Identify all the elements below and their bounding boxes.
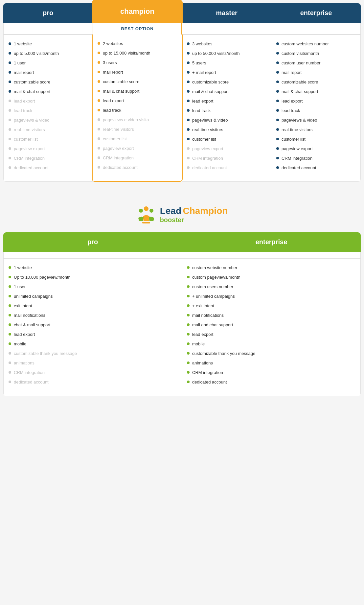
- feature-item: CRM integration: [98, 155, 177, 160]
- feature-item: 2 websites: [98, 41, 177, 46]
- feature-item: mail notifications: [9, 313, 177, 318]
- feature-item: lead export: [276, 99, 355, 104]
- feature-item: pageview export: [187, 146, 266, 151]
- feature-item: custom visits/month: [276, 51, 355, 56]
- enterprise-subtitle-spacer: [271, 23, 361, 35]
- feature-item: custom websites number: [276, 41, 355, 46]
- booster-pro-sub: [3, 252, 182, 259]
- feature-item: mail report: [9, 70, 88, 75]
- feature-item: lead export: [187, 99, 266, 104]
- feature-item: mail notifications: [187, 313, 355, 318]
- feature-item: CRM integration: [276, 156, 355, 161]
- feature-item: 1 website: [9, 41, 88, 46]
- feature-item: CRM integration: [9, 370, 177, 375]
- logo-container: Lead Champion booster: [136, 205, 228, 224]
- champion-features: 2 websitesup to 15.000 visits/month3 use…: [92, 35, 183, 182]
- feature-item: 5 users: [187, 60, 266, 65]
- feature-item: 1 user: [9, 284, 177, 289]
- logo-lead: Lead: [160, 206, 181, 216]
- feature-item: unlimited campaigns: [9, 294, 177, 299]
- feature-item: pageview export: [98, 146, 177, 151]
- discovery-section: pro champion master enterprise BEST OPTI…: [3, 3, 361, 182]
- logo-icon: [136, 205, 156, 224]
- feature-item: dedicated account: [98, 165, 177, 170]
- master-features: 3 websitesup to 50.000 visits/month5 use…: [182, 35, 271, 182]
- feature-item: custom users number: [187, 284, 355, 289]
- booster-enterprise-features: custom website numbercustom pageviews/mo…: [182, 259, 361, 396]
- feature-item: customizable thank you message: [9, 351, 177, 356]
- feature-item: pageviews & video: [187, 118, 266, 123]
- champion-subtitle: BEST OPTION: [93, 23, 182, 35]
- feature-item: CRM integration: [187, 370, 355, 375]
- svg-point-2: [149, 209, 153, 213]
- feature-item: 3 users: [98, 60, 177, 65]
- feature-item: customer list: [9, 137, 88, 142]
- feature-item: pageviews & video: [276, 118, 355, 123]
- feature-item: real-time visitors: [276, 127, 355, 132]
- logo-section: Lead Champion booster: [3, 195, 361, 232]
- feature-item: up to 15.000 visits/month: [98, 51, 177, 56]
- feature-item: up to 50.000 visits/month: [187, 51, 266, 56]
- feature-item: + exit intent: [187, 303, 355, 308]
- feature-item: pageview export: [276, 146, 355, 151]
- feature-item: mail & chat support: [187, 89, 266, 94]
- feature-item: lead track: [9, 108, 88, 113]
- feature-item: animations: [9, 361, 177, 365]
- feature-item: customizable thank you message: [187, 351, 355, 356]
- booster-pro-features: 1 websiteUp to 10.000 pageview/month1 us…: [3, 259, 182, 396]
- feature-item: lead export: [187, 332, 355, 337]
- svg-point-1: [139, 209, 143, 213]
- feature-item: customizable score: [98, 79, 177, 84]
- logo-booster-text: booster: [160, 216, 228, 224]
- feature-item: mobile: [9, 341, 177, 346]
- feature-item: real-time visitors: [187, 127, 266, 132]
- plans-grid: pro champion master enterprise BEST OPTI…: [3, 3, 361, 182]
- feature-item: pageview export: [9, 146, 88, 151]
- booster-enterprise-header: enterprise: [182, 232, 361, 252]
- feature-item: lead track: [187, 108, 266, 113]
- feature-item: up to 5.000 visits/month: [9, 51, 88, 56]
- feature-item: pageviews e video visita: [98, 117, 177, 122]
- pro-header: pro: [3, 3, 93, 23]
- logo-text: Lead Champion booster: [160, 206, 228, 224]
- booster-grid: pro enterprise 1 websiteUp to 10.000 pag…: [3, 232, 361, 396]
- feature-item: customizable score: [276, 80, 355, 84]
- feature-item: lead export: [9, 332, 177, 337]
- feature-item: real-time visitors: [98, 127, 177, 132]
- feature-item: mobile: [187, 341, 355, 346]
- champion-header: champion: [92, 0, 183, 23]
- feature-item: mail & chat support: [98, 89, 177, 94]
- feature-item: 3 websites: [187, 41, 266, 46]
- feature-item: + unlimited campaigns: [187, 294, 355, 299]
- logo-champion-text: Champion: [183, 206, 228, 216]
- feature-item: animations: [187, 361, 355, 365]
- master-header: master: [182, 3, 271, 23]
- feature-item: CRM integration: [9, 156, 88, 161]
- feature-item: customer list: [276, 137, 355, 142]
- feature-item: lead export: [98, 98, 177, 103]
- pro-features: 1 websiteup to 5.000 visits/month1 userm…: [3, 35, 93, 182]
- feature-item: custom pageviews/month: [187, 275, 355, 280]
- feature-item: dedicated account: [187, 380, 355, 384]
- feature-item: mail report: [276, 70, 355, 75]
- feature-item: chat & mail support: [9, 322, 177, 327]
- feature-item: 1 website: [9, 265, 177, 270]
- feature-item: + mail report: [187, 70, 266, 75]
- master-subtitle-spacer: [182, 23, 271, 35]
- booster-ent-sub: [182, 252, 361, 259]
- feature-item: 1 user: [9, 60, 88, 65]
- feature-item: dedicated account: [276, 165, 355, 170]
- feature-item: mail & chat support: [9, 89, 88, 94]
- feature-item: custom user number: [276, 60, 355, 65]
- feature-item: dedicated account: [187, 165, 266, 170]
- svg-rect-3: [142, 222, 150, 223]
- feature-item: Up to 10.000 pageview/month: [9, 275, 177, 280]
- feature-item: lead track: [98, 108, 177, 113]
- feature-item: mail and chat support: [187, 322, 355, 327]
- feature-item: customizable score: [9, 80, 88, 84]
- enterprise-header: enterprise: [271, 3, 361, 23]
- svg-point-0: [144, 206, 148, 211]
- feature-item: mail report: [98, 70, 177, 75]
- feature-item: lead track: [276, 108, 355, 113]
- enterprise-features: custom websites numbercustom visits/mont…: [271, 35, 361, 182]
